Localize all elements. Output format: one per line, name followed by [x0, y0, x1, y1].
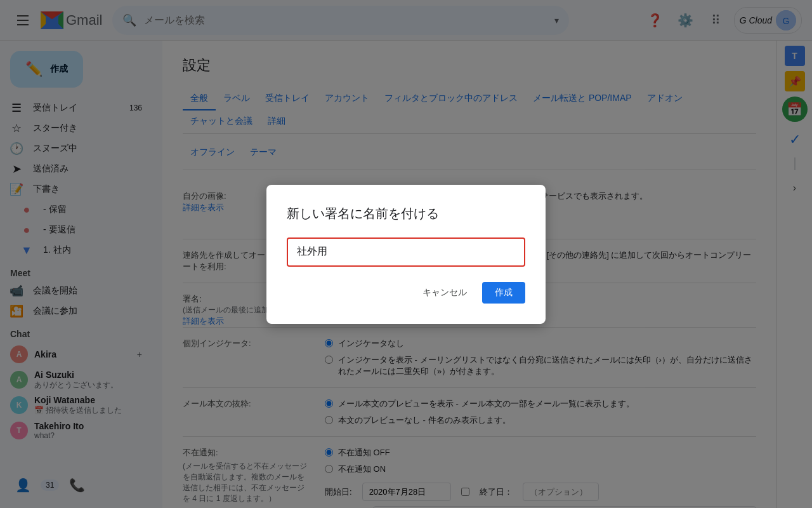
- dialog-overlay: 新しい署名に名前を付ける キャンセル 作成: [0, 0, 812, 508]
- dialog-input[interactable]: [287, 237, 525, 267]
- cancel-button[interactable]: キャンセル: [412, 282, 477, 304]
- dialog-actions: キャンセル 作成: [287, 282, 525, 304]
- dialog-title: 新しい署名に名前を付ける: [287, 205, 525, 222]
- create-button[interactable]: 作成: [482, 282, 525, 304]
- dialog: 新しい署名に名前を付ける キャンセル 作成: [266, 185, 546, 324]
